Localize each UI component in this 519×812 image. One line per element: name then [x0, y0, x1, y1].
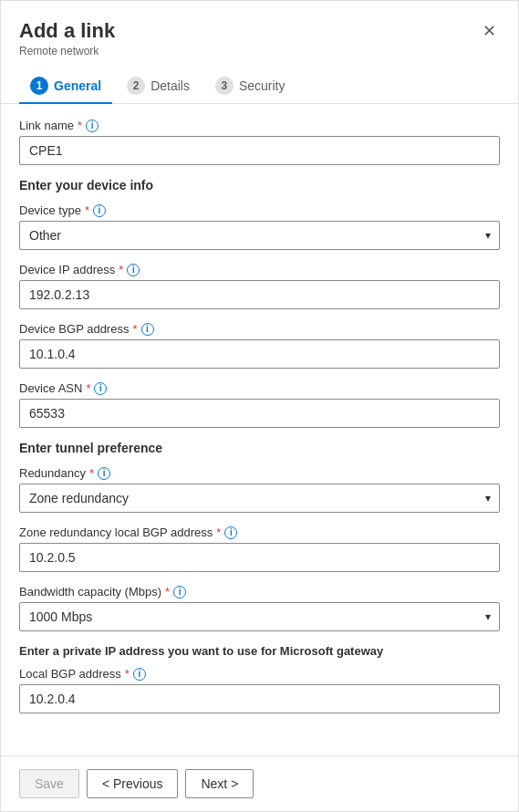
local-bgp-label: Local BGP address * i: [19, 667, 500, 681]
tab-general-number: 1: [30, 77, 48, 95]
zone-bgp-info-icon[interactable]: i: [224, 526, 237, 539]
local-bgp-group: Local BGP address * i: [19, 667, 500, 713]
redundancy-label: Redundancy * i: [19, 466, 500, 480]
close-button[interactable]: ✕: [479, 19, 500, 43]
device-asn-input[interactable]: [19, 399, 500, 428]
tab-details[interactable]: 2 Details: [116, 69, 201, 104]
device-asn-label: Device ASN * i: [19, 381, 500, 395]
bandwidth-required: *: [165, 585, 170, 599]
private-ip-section-title: Enter a private IP address you want to u…: [19, 644, 500, 658]
local-bgp-required: *: [125, 667, 130, 681]
tunnel-section-title: Enter tunnel preference: [19, 441, 500, 455]
redundancy-group: Redundancy * i Zone redundancy No redund…: [19, 466, 500, 513]
zone-bgp-group: Zone redundancy local BGP address * i: [19, 526, 500, 572]
device-ip-input[interactable]: [19, 280, 500, 309]
tab-bar: 1 General 2 Details 3 Security: [1, 57, 518, 104]
device-bgp-required: *: [132, 322, 137, 336]
redundancy-select-wrapper: Zone redundancy No redundancy ▾: [19, 484, 500, 513]
dialog-footer: Save < Previous Next >: [1, 755, 518, 811]
zone-bgp-label: Zone redundancy local BGP address * i: [19, 526, 500, 539]
link-name-label: Link name * i: [19, 119, 500, 132]
device-asn-info-icon[interactable]: i: [94, 382, 107, 395]
device-bgp-input[interactable]: [19, 339, 500, 369]
device-ip-info-icon[interactable]: i: [127, 264, 140, 276]
zone-bgp-input[interactable]: [19, 543, 500, 572]
save-button[interactable]: Save: [19, 769, 79, 798]
previous-button[interactable]: < Previous: [87, 769, 179, 798]
device-type-group: Device type * i Other Cisco Palo Alto Fo…: [19, 203, 500, 250]
link-name-input[interactable]: [19, 136, 500, 165]
device-type-select[interactable]: Other Cisco Palo Alto Fortinet Check Poi…: [19, 221, 500, 250]
zone-bgp-required: *: [216, 526, 221, 539]
tab-security[interactable]: 3 Security: [204, 69, 296, 104]
tab-security-number: 3: [215, 77, 234, 95]
redundancy-info-icon[interactable]: i: [98, 467, 110, 480]
device-asn-group: Device ASN * i: [19, 381, 500, 428]
local-bgp-info-icon[interactable]: i: [133, 668, 146, 681]
bandwidth-info-icon[interactable]: i: [173, 586, 186, 599]
tab-general[interactable]: 1 General: [19, 69, 112, 104]
link-name-info-icon[interactable]: i: [86, 120, 99, 132]
form-content: Link name * i Enter your device info Dev…: [1, 104, 518, 755]
tab-security-label: Security: [239, 78, 285, 93]
tab-details-number: 2: [127, 77, 145, 95]
bandwidth-select[interactable]: 500 Mbps 1000 Mbps 2000 Mbps 5000 Mbps: [19, 602, 500, 631]
bandwidth-label: Bandwidth capacity (Mbps) * i: [19, 585, 500, 599]
device-bgp-group: Device BGP address * i: [19, 322, 500, 369]
device-type-label: Device type * i: [19, 203, 500, 217]
local-bgp-input[interactable]: [19, 684, 500, 713]
header-text: Add a link Remote network: [19, 19, 115, 57]
device-type-select-wrapper: Other Cisco Palo Alto Fortinet Check Poi…: [19, 221, 500, 250]
bandwidth-group: Bandwidth capacity (Mbps) * i 500 Mbps 1…: [19, 585, 500, 631]
bandwidth-select-wrapper: 500 Mbps 1000 Mbps 2000 Mbps 5000 Mbps ▾: [19, 602, 500, 631]
device-type-required: *: [85, 203, 89, 217]
device-bgp-label: Device BGP address * i: [19, 322, 500, 336]
dialog-subtitle: Remote network: [19, 45, 115, 57]
device-ip-group: Device IP address * i: [19, 263, 500, 309]
add-link-dialog: Add a link Remote network ✕ 1 General 2 …: [0, 0, 519, 812]
dialog-title: Add a link: [19, 19, 115, 43]
tab-details-label: Details: [151, 78, 190, 93]
tab-general-label: General: [54, 78, 101, 93]
link-name-required: *: [78, 119, 82, 132]
device-asn-required: *: [86, 381, 90, 395]
redundancy-required: *: [89, 466, 94, 480]
next-button[interactable]: Next >: [185, 769, 254, 798]
device-info-section-title: Enter your device info: [19, 178, 500, 193]
dialog-header: Add a link Remote network ✕: [1, 1, 518, 57]
device-bgp-info-icon[interactable]: i: [141, 323, 154, 336]
redundancy-select[interactable]: Zone redundancy No redundancy: [19, 484, 500, 513]
device-ip-required: *: [119, 263, 123, 276]
link-name-group: Link name * i: [19, 119, 500, 165]
device-type-info-icon[interactable]: i: [93, 204, 106, 217]
device-ip-label: Device IP address * i: [19, 263, 500, 276]
